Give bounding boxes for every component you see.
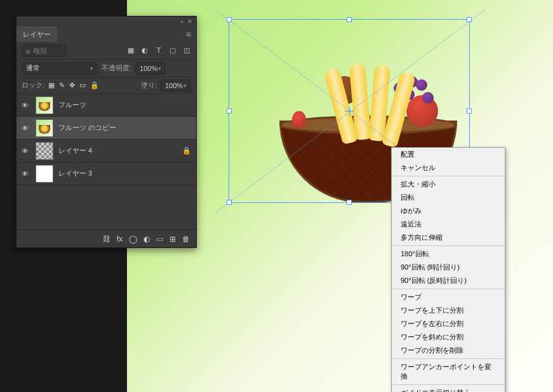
menu-item[interactable]: 180°回転 bbox=[392, 247, 505, 261]
visibility-toggle-icon[interactable]: 👁 bbox=[22, 124, 30, 132]
lock-indicator-icon: 🔒 bbox=[182, 147, 191, 155]
opacity-label: 不透明度: bbox=[102, 63, 131, 73]
menu-item[interactable]: キャンセル bbox=[392, 161, 505, 174]
menu-item[interactable]: 90°回転 (反時計回り) bbox=[392, 274, 505, 287]
transform-context-menu: 配置キャンセル拡大・縮小回転ゆがみ遠近法多方向に伸縮180°回転90°回転 (時… bbox=[391, 147, 505, 392]
filter-smart-icon[interactable]: ◫ bbox=[182, 46, 191, 55]
visibility-toggle-icon[interactable]: 👁 bbox=[22, 101, 30, 109]
filter-adjustment-icon[interactable]: ◐ bbox=[140, 46, 149, 55]
menu-item[interactable]: ワープアンカーポイントを変換 bbox=[392, 360, 505, 383]
filter-image-icon[interactable]: ▦ bbox=[126, 46, 135, 55]
close-icon[interactable]: ✕ bbox=[187, 18, 192, 25]
filter-type-icon[interactable]: T bbox=[154, 46, 163, 55]
menu-item[interactable]: 回転 bbox=[392, 191, 505, 204]
new-layer-icon[interactable]: ⊞ bbox=[170, 235, 176, 244]
chevron-down-icon: ▾ bbox=[183, 82, 187, 89]
delete-layer-icon[interactable]: 🗑 bbox=[182, 235, 190, 244]
lock-all-icon[interactable]: 🔒 bbox=[90, 81, 99, 89]
panel-topbar: « ✕ bbox=[17, 16, 196, 27]
menu-item[interactable]: ワープを斜めに分割 bbox=[392, 330, 505, 344]
menu-item[interactable]: 90°回転 (時計回り) bbox=[392, 261, 505, 274]
layer-thumbnail[interactable] bbox=[36, 165, 53, 183]
layers-panel: « ✕ レイヤー ≡ ⌕ ▦ ◐ T ▢ ◫ 通常 ▾ 不透明度: 100% ▾… bbox=[16, 16, 197, 248]
search-input[interactable] bbox=[33, 47, 58, 55]
visibility-toggle-icon[interactable]: 👁 bbox=[22, 170, 30, 178]
visibility-toggle-icon[interactable]: 👁 bbox=[22, 147, 30, 155]
opacity-value: 100% bbox=[140, 65, 157, 72]
fill-input[interactable]: 100% ▾ bbox=[161, 79, 191, 92]
link-layers-icon[interactable]: ⛓ bbox=[103, 235, 110, 244]
group-icon[interactable]: ▭ bbox=[156, 235, 163, 244]
opacity-input[interactable]: 100% ▾ bbox=[135, 62, 166, 75]
transform-handle-top-left[interactable] bbox=[227, 17, 232, 22]
layer-row[interactable]: 👁フルーツ のコピー bbox=[17, 117, 196, 140]
blend-mode-select[interactable]: 通常 ▾ bbox=[22, 62, 98, 75]
menu-item[interactable]: ワープの分割を削除 bbox=[392, 344, 505, 357]
chevron-down-icon: ▾ bbox=[90, 65, 93, 72]
layer-thumbnail[interactable] bbox=[36, 142, 53, 160]
menu-item[interactable]: 配置 bbox=[392, 148, 505, 161]
layer-thumbnail[interactable] bbox=[36, 119, 53, 137]
panel-tabs: レイヤー ≡ bbox=[17, 27, 196, 42]
lock-brush-icon[interactable]: ✎ bbox=[59, 81, 65, 89]
lock-label: ロック: bbox=[22, 81, 44, 90]
lock-icons: ▦ ✎ ✥ ▭ 🔒 bbox=[48, 81, 99, 89]
menu-item[interactable]: 多方向に伸縮 bbox=[392, 231, 505, 244]
layer-style-icon[interactable]: fx bbox=[117, 235, 123, 244]
transform-handle-bottom-left[interactable] bbox=[227, 200, 232, 205]
layer-row[interactable]: 👁フルーツ bbox=[17, 94, 196, 117]
layer-row[interactable]: 👁レイヤー 4🔒 bbox=[17, 140, 196, 162]
panel-footer: ⛓ fx ◯ ◐ ▭ ⊞ 🗑 bbox=[17, 230, 196, 247]
menu-separator bbox=[392, 358, 505, 359]
layer-filter-search[interactable]: ⌕ bbox=[22, 44, 66, 57]
layers-list: 👁フルーツ👁フルーツ のコピー👁レイヤー 4🔒👁レイヤー 3 bbox=[17, 94, 196, 185]
menu-separator bbox=[392, 245, 505, 246]
menu-separator bbox=[392, 289, 505, 289]
lock-row: ロック: ▦ ✎ ✥ ▭ 🔒 塗り: 100% ▾ bbox=[17, 77, 196, 94]
panel-spacer bbox=[17, 185, 196, 230]
menu-item[interactable]: ワープ bbox=[392, 291, 505, 304]
collapse-icon[interactable]: « bbox=[180, 18, 183, 25]
lock-position-icon[interactable]: ✥ bbox=[69, 81, 75, 89]
layer-name[interactable]: フルーツ のコピー bbox=[58, 123, 191, 133]
menu-item[interactable]: ワープを上下に分割 bbox=[392, 304, 505, 317]
layer-mask-icon[interactable]: ◯ bbox=[129, 235, 137, 244]
fill-value: 100% bbox=[165, 82, 183, 89]
chevron-down-icon: ▾ bbox=[158, 65, 161, 72]
lock-artboard-icon[interactable]: ▭ bbox=[79, 81, 86, 89]
blend-mode-value: 通常 bbox=[26, 63, 40, 73]
layer-thumbnail[interactable] bbox=[36, 96, 53, 114]
layer-row[interactable]: 👁レイヤー 3 bbox=[17, 162, 196, 185]
fill-label: 塗り: bbox=[141, 81, 157, 90]
layer-name[interactable]: フルーツ bbox=[58, 100, 191, 110]
menu-item[interactable]: ゆがみ bbox=[392, 204, 505, 218]
filter-row: ⌕ ▦ ◐ T ▢ ◫ bbox=[17, 42, 196, 60]
layer-name[interactable]: レイヤー 3 bbox=[58, 169, 191, 178]
search-icon: ⌕ bbox=[26, 47, 30, 55]
adjustment-layer-icon[interactable]: ◐ bbox=[143, 235, 150, 244]
panel-menu-icon[interactable]: ≡ bbox=[181, 29, 196, 39]
filter-shape-icon[interactable]: ▢ bbox=[168, 46, 177, 55]
menu-item[interactable]: 拡大・縮小 bbox=[392, 178, 505, 191]
transform-handle-mid-left[interactable] bbox=[227, 108, 232, 114]
menu-item[interactable]: ワープを左右に分割 bbox=[392, 317, 505, 330]
menu-item[interactable]: ガイドの表示切り替え bbox=[392, 386, 505, 392]
filter-icons: ▦ ◐ T ▢ ◫ bbox=[126, 46, 191, 55]
menu-separator bbox=[392, 384, 505, 385]
lock-transparency-icon[interactable]: ▦ bbox=[48, 81, 55, 89]
tab-layers[interactable]: レイヤー bbox=[17, 27, 57, 42]
layer-name[interactable]: レイヤー 4 bbox=[58, 146, 177, 155]
menu-item[interactable]: 遠近法 bbox=[392, 218, 505, 231]
blend-row: 通常 ▾ 不透明度: 100% ▾ bbox=[17, 60, 196, 77]
menu-separator bbox=[392, 176, 505, 176]
